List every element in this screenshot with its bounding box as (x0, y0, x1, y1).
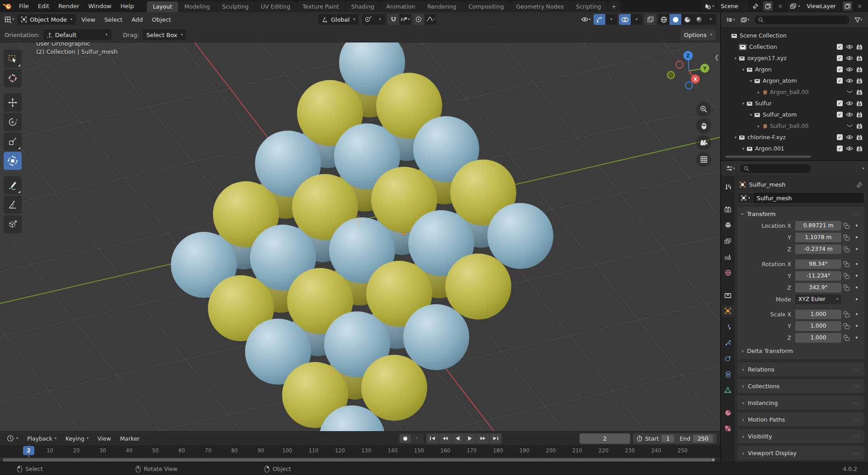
zoom-button[interactable] (696, 102, 711, 117)
outliner-editor-type-button[interactable]: ▾ (725, 14, 736, 25)
exclude-checkbox[interactable]: ✓ (837, 134, 843, 140)
disclosure-triangle[interactable]: ▾ (732, 135, 739, 140)
scene-browse-button[interactable]: ▾ (702, 1, 717, 11)
jump-to-end-button[interactable] (490, 433, 502, 444)
tab-texture-paint[interactable]: Texture Paint (297, 1, 345, 12)
tab-particles[interactable] (722, 337, 734, 348)
atom-sphere[interactable] (487, 203, 553, 269)
animate-dot-icon[interactable] (856, 236, 858, 238)
jump-to-start-button[interactable] (426, 433, 439, 444)
animate-dot-icon[interactable] (856, 263, 858, 265)
editor-type-button[interactable]: ▾ (4, 14, 15, 25)
animate-dot-icon[interactable] (856, 275, 858, 277)
hidden-eye-icon[interactable] (846, 90, 853, 94)
snap-toggle[interactable] (387, 14, 399, 25)
menu-render[interactable]: Render (54, 2, 83, 10)
outliner-row-collection[interactable]: Collection ✓ (721, 41, 868, 52)
tool-add-cube[interactable] (4, 215, 22, 233)
auto-keying-record-button[interactable] (400, 434, 411, 443)
hide-eye-icon[interactable] (846, 135, 853, 140)
play-reverse-button[interactable] (452, 433, 464, 444)
lock-icon[interactable] (845, 325, 849, 329)
disable-render-camera-icon[interactable] (856, 101, 863, 106)
exclude-checkbox[interactable]: ✓ (837, 44, 843, 50)
next-keyframe-button[interactable] (477, 433, 489, 444)
menu-add[interactable]: Add (128, 15, 146, 24)
show-gizmo-toggle[interactable] (594, 14, 605, 25)
panel-drag-grip[interactable]: :::: (853, 417, 860, 422)
disclosure-triangle[interactable]: ▾ (740, 101, 746, 106)
disable-render-camera-icon[interactable] (856, 44, 863, 50)
disclosure-triangle[interactable]: ▸ (755, 90, 762, 94)
outliner-search-input[interactable] (766, 17, 845, 23)
shading-dropdown[interactable]: ▾ (705, 14, 717, 25)
tab-scene[interactable] (722, 251, 734, 263)
tool-scale[interactable] (4, 132, 22, 150)
hide-eye-icon[interactable] (846, 78, 853, 83)
hidden-eye-icon[interactable] (846, 124, 853, 128)
shading-solid-button[interactable] (670, 14, 681, 25)
tool-select-box[interactable] (4, 50, 22, 68)
tab-sculpting[interactable]: Sculpting (217, 1, 255, 12)
animate-dot-icon[interactable] (856, 298, 858, 300)
animate-dot-icon[interactable] (856, 337, 858, 339)
shading-wireframe-button[interactable] (658, 14, 670, 25)
outliner-display-mode-button[interactable]: ▾ (739, 14, 751, 25)
menu-view[interactable]: View (94, 434, 114, 443)
pivot-point-selector[interactable]: ▾ (362, 14, 386, 25)
pin-icon[interactable] (751, 1, 760, 11)
menu-playback[interactable]: Playback▾ (24, 434, 60, 443)
tab-compositing[interactable]: Compositing (462, 1, 509, 12)
panel-drag-grip[interactable]: :::: (853, 451, 860, 456)
menu-marker[interactable]: Marker (117, 434, 143, 443)
location-x-field[interactable]: 0.89721 m (795, 221, 841, 230)
panel-drag-grip[interactable]: :::: (853, 434, 860, 439)
lock-icon[interactable] (845, 249, 849, 252)
disable-render-camera-icon[interactable] (856, 135, 863, 140)
scene-name[interactable]: Scene (717, 3, 748, 9)
menu-file[interactable]: File (15, 2, 33, 10)
previous-keyframe-button[interactable] (439, 433, 451, 444)
blender-logo-icon[interactable] (3, 2, 12, 10)
viewport-3d[interactable]: ▾ Object Mode ▾ View Select Add Object G… (0, 12, 720, 431)
tool-cursor[interactable] (4, 69, 22, 87)
panel-drag-grip[interactable]: :::: (853, 384, 860, 389)
hide-eye-icon[interactable] (846, 67, 853, 72)
location-y-field[interactable]: 1.1078 m (795, 233, 841, 242)
outliner-row-sulfur[interactable]: ▾ Sulfur ✓ (721, 98, 868, 109)
hide-eye-icon[interactable] (846, 56, 853, 61)
end-frame-field[interactable]: 250 (693, 435, 713, 442)
tab-geometry-nodes[interactable]: Geometry Nodes (510, 1, 570, 12)
outliner-row-oxygen17[interactable]: ▾ oxygen17.xyz ✓ (721, 52, 868, 64)
tab-modeling[interactable]: Modeling (179, 1, 216, 12)
visibility-panel[interactable]: ›Visibility :::: (737, 429, 864, 443)
outliner-row-sulfur-atom[interactable]: ▾ Sulfur_atom ✓ (721, 109, 868, 120)
menu-edit[interactable]: Edit (34, 2, 53, 10)
menu-object[interactable]: Object (148, 15, 175, 24)
hide-eye-icon[interactable] (846, 146, 853, 151)
menu-view[interactable]: View (78, 15, 99, 24)
collections-panel[interactable]: ›Collections :::: (737, 379, 864, 393)
atom-sphere[interactable] (361, 355, 427, 421)
disclosure-triangle[interactable]: ▾ (732, 56, 739, 61)
tab-scripting[interactable]: Scripting (570, 1, 607, 12)
mode-selector[interactable]: Object Mode ▾ (17, 14, 76, 25)
disable-render-camera-icon[interactable] (856, 56, 863, 61)
tab-object[interactable] (722, 305, 734, 317)
tab-modifiers[interactable] (722, 321, 734, 333)
rotation-x-field[interactable]: 98.34° (795, 259, 841, 269)
drag-orientation-selector[interactable]: Default ▾ (43, 29, 111, 40)
viewlayer-name[interactable]: ViewLayer (802, 3, 840, 9)
rotation-mode-select[interactable]: XYZ Euler▾ (795, 295, 841, 304)
panel-drag-grip[interactable]: :::: (853, 367, 860, 372)
lock-icon[interactable] (845, 275, 849, 279)
hide-eye-icon[interactable] (846, 112, 853, 117)
tool-annotate[interactable] (4, 176, 22, 194)
menu-window[interactable]: Window (84, 2, 115, 10)
exclude-checkbox[interactable]: ✓ (837, 78, 843, 84)
pin-icon[interactable] (856, 182, 863, 188)
lock-icon[interactable] (845, 237, 849, 240)
pan-hand-button[interactable] (696, 118, 711, 133)
tab-collection[interactable] (722, 289, 734, 301)
outliner-row-argon-ball[interactable]: ▸ Argon_ball.00 (721, 86, 868, 98)
